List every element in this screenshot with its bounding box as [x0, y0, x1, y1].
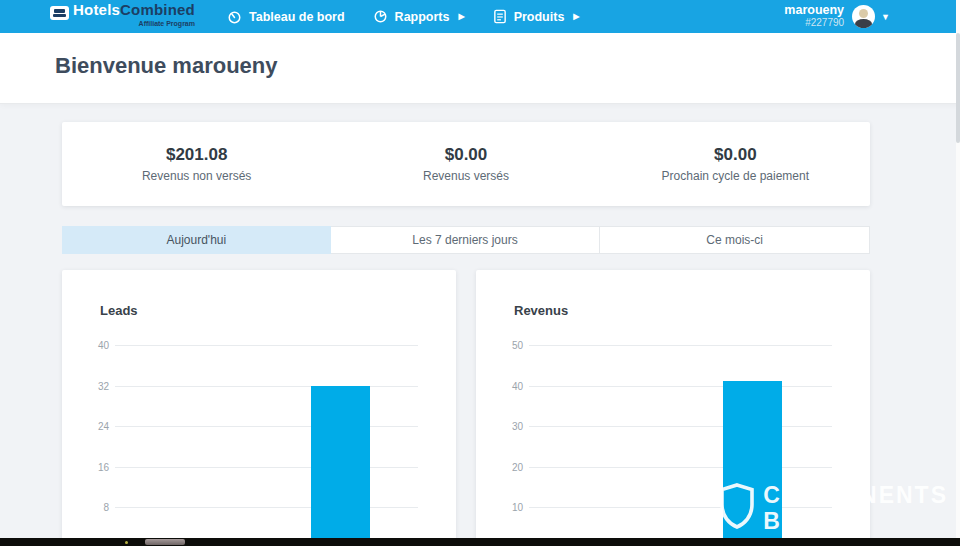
- user-menu[interactable]: maroueny #227790 ▼: [784, 4, 890, 29]
- y-tick-label: 40: [83, 340, 109, 351]
- date-range-tabs: Aujourd'hui Les 7 derniers jours Ce mois…: [62, 226, 870, 254]
- y-gridline: 10: [529, 507, 832, 508]
- page-scrollbar[interactable]: [956, 0, 960, 546]
- y-gridline: 30: [529, 426, 832, 427]
- earnings-summary-card: $201.08 Revenus non versés $0.00 Revenus…: [62, 122, 870, 206]
- stat-revenus-verses: $0.00 Revenus versés: [331, 145, 600, 183]
- charts-row: Leads 403224168 Revenus 5040302010: [62, 270, 870, 546]
- y-gridline: 16: [115, 467, 418, 468]
- user-name: maroueny: [784, 4, 844, 16]
- user-id: #227790: [805, 17, 844, 29]
- nav-item-label: Tableau de bord: [249, 10, 345, 24]
- chevron-right-icon: ▶: [458, 12, 464, 21]
- y-gridline: 40: [115, 345, 418, 346]
- y-gridline: 32: [115, 386, 418, 387]
- logo-subtitle: Affiliate Program: [73, 17, 195, 30]
- nav-item-tableau-de-bord[interactable]: Tableau de bord: [227, 9, 345, 24]
- taskbar-indicator-dot: [125, 541, 128, 544]
- stat-amount: $0.00: [331, 145, 600, 165]
- stat-revenus-non-verses: $201.08 Revenus non versés: [62, 145, 331, 183]
- reports-icon: [373, 9, 388, 24]
- leads-chart-card: Leads 403224168: [62, 270, 456, 546]
- hotelscombined-logo-icon: [50, 6, 69, 20]
- y-gridline: 8: [115, 507, 418, 508]
- y-tick-label: 8: [83, 502, 109, 513]
- page-title: Bienvenue maroueny: [55, 53, 278, 79]
- scrollbar-thumb[interactable]: [956, 33, 960, 143]
- plot-area: 403224168: [115, 345, 418, 546]
- nav-menu: Tableau de bord Rapports ▶ Produits ▶: [227, 9, 580, 24]
- products-icon: [493, 9, 507, 24]
- avatar: [852, 5, 875, 28]
- revenus-bar[interactable]: [723, 381, 782, 546]
- y-tick-label: 10: [497, 502, 523, 513]
- y-gridline: 40: [529, 386, 832, 387]
- leads-bar[interactable]: [311, 386, 370, 546]
- chevron-down-icon: ▼: [881, 12, 890, 22]
- stat-prochain-cycle: $0.00 Prochain cycle de paiement: [601, 145, 870, 183]
- stat-amount: $201.08: [62, 145, 331, 165]
- dashboard-icon: [227, 9, 242, 24]
- y-tick-label: 30: [497, 421, 523, 432]
- nav-item-label: Rapports: [395, 10, 450, 24]
- y-gridline: 50: [529, 345, 832, 346]
- y-tick-label: 40: [497, 380, 523, 391]
- y-tick-label: 32: [83, 380, 109, 391]
- y-tick-label: 20: [497, 461, 523, 472]
- taskbar: [0, 538, 960, 546]
- tab-ce-mois-ci[interactable]: Ce mois-ci: [600, 226, 870, 254]
- y-tick-label: 16: [83, 461, 109, 472]
- stat-label: Revenus non versés: [62, 169, 331, 183]
- chevron-right-icon: ▶: [573, 12, 579, 21]
- nav-item-label: Produits: [514, 10, 565, 24]
- y-tick-label: 50: [497, 340, 523, 351]
- top-navbar: HotelsCombined Affiliate Program Tableau…: [0, 0, 960, 33]
- tab-aujourdhui[interactable]: Aujourd'hui: [62, 226, 331, 254]
- revenus-chart-card: Revenus 5040302010: [476, 270, 870, 546]
- logo-wordmark: HotelsCombined: [73, 3, 195, 16]
- y-tick-label: 24: [83, 421, 109, 432]
- y-gridline: 24: [115, 426, 418, 427]
- nav-item-rapports[interactable]: Rapports ▶: [373, 9, 465, 24]
- page-header: Bienvenue maroueny: [0, 33, 960, 103]
- plot-area: 5040302010: [529, 345, 832, 546]
- chart-title: Revenus: [514, 303, 568, 318]
- hotelscombined-logo[interactable]: HotelsCombined Affiliate Program: [50, 3, 195, 30]
- chart-title: Leads: [100, 303, 138, 318]
- y-gridline: 20: [529, 467, 832, 468]
- stat-amount: $0.00: [601, 145, 870, 165]
- stat-label: Prochain cycle de paiement: [601, 169, 870, 183]
- nav-item-produits[interactable]: Produits ▶: [493, 9, 580, 24]
- taskbar-window-button[interactable]: [145, 539, 185, 545]
- tab-7-derniers-jours[interactable]: Les 7 derniers jours: [331, 226, 601, 254]
- stat-label: Revenus versés: [331, 169, 600, 183]
